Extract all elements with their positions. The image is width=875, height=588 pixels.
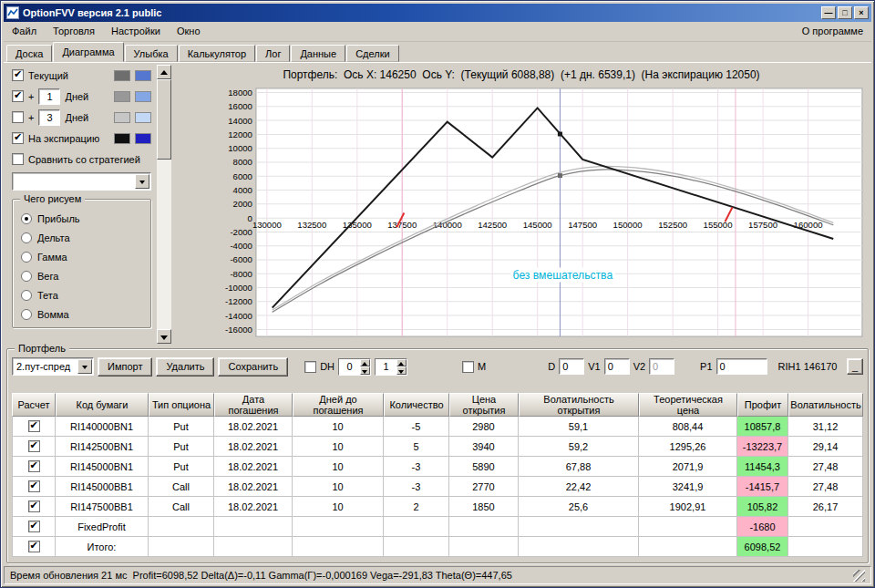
cell-days [293,537,384,557]
scroll-up-icon[interactable] [157,65,171,79]
column-header-10[interactable]: Волатильность [788,393,863,417]
cell-qty: -3 [384,457,449,477]
column-header-0[interactable]: Расчет [12,393,56,417]
plus1-checkbox[interactable] [12,90,24,102]
table-row-4[interactable]: RI147500BB1Call18.02.2021102185025,61902… [12,497,863,517]
tab-3[interactable]: Калькулятор [179,45,255,62]
column-header-1[interactable]: Код бумаги [56,393,149,417]
current-color-swatch-2[interactable] [135,70,151,81]
menu-item-3[interactable]: Окно [169,22,209,41]
row-checkbox[interactable] [28,500,40,512]
close-button[interactable]: × [854,6,869,19]
scroll-thumb[interactable] [157,79,171,160]
delete-button[interactable]: Удалить [156,357,214,377]
row-checkbox[interactable] [28,480,40,492]
column-header-6[interactable]: Цена открытия [449,393,519,417]
plus3-color-swatch-2[interactable] [135,112,151,123]
column-header-3[interactable]: Дата погашения [214,393,293,417]
chevron-down-icon[interactable] [77,359,92,374]
title-bar[interactable]: OptionFVV версия 2.1 public — □ × [4,4,871,22]
v2-field[interactable]: 0 [649,358,674,375]
import-button[interactable]: Импорт [98,357,152,377]
radio-icon [21,290,32,301]
spinner-arrows-icon[interactable] [396,359,407,375]
preset-combobox[interactable]: 2.пут-спред [12,357,94,376]
row-checkbox[interactable] [28,440,40,452]
maximize-button[interactable]: □ [838,6,852,19]
expiry-color-swatch-2[interactable] [135,133,151,144]
expiry-checkbox[interactable] [12,132,24,144]
cell-code: RI145000BN1 [56,457,149,477]
column-header-7[interactable]: Волатильность открытия [519,393,639,417]
resize-grip[interactable] [853,570,865,582]
menu-item-1[interactable]: Торговля [45,22,103,41]
row-checkbox[interactable] [28,521,40,532]
dh-spinner-2[interactable]: 1 [375,358,407,376]
chevron-down-icon[interactable] [135,174,149,189]
spinner-arrows-icon[interactable] [360,359,370,375]
v1-field[interactable]: 0 [604,358,630,375]
d-field[interactable]: 0 [559,358,584,375]
menu-item-2[interactable]: Настройки [103,22,169,41]
draw-option-1[interactable]: Дельта [21,228,150,247]
plus3-checkbox[interactable] [12,111,24,123]
p1-field[interactable]: 0 [716,358,767,375]
dh-spinner-1[interactable]: 0 [338,358,371,376]
m-checkbox[interactable] [462,361,474,373]
plus1-days-field[interactable]: 1 [38,88,60,105]
draw-option-4[interactable]: Тета [21,285,150,304]
expiry-color-swatch-1[interactable] [114,133,130,144]
column-header-5[interactable]: Количество [384,393,449,417]
save-button[interactable]: Сохранить [218,357,288,377]
tab-1[interactable]: Диаграмма [53,42,123,62]
cell-qty: -3 [384,477,449,497]
draw-what-group: Чего рисуем ПрибыльДельтаГаммаВегаТетаВо… [12,199,151,328]
plus1-color-swatch-1[interactable] [114,91,130,102]
compare-strategy-checkbox[interactable] [12,153,24,165]
row-checkbox[interactable] [28,541,40,552]
strategy-combobox[interactable] [12,172,151,191]
draw-option-2[interactable]: Гамма [21,247,150,266]
draw-option-3[interactable]: Вега [21,266,150,285]
column-header-4[interactable]: Дней до погашения [293,393,384,417]
plus1-color-swatch-2[interactable] [135,91,151,102]
plus3-color-swatch-1[interactable] [114,112,130,123]
payoff-chart[interactable]: -16000-14000-12000-10000-8000-6000-4000-… [173,83,870,344]
row-checkbox[interactable] [28,420,40,432]
dh-checkbox[interactable] [304,361,316,373]
current-checkbox[interactable] [12,69,24,81]
column-header-9[interactable]: Профит [737,393,788,417]
draw-option-5[interactable]: Вомма [21,304,150,324]
draw-option-0[interactable]: Прибыль [21,209,150,228]
plus3-days-field[interactable]: 3 [38,109,60,126]
current-color-swatch-1[interactable] [114,70,130,81]
table-row-5[interactable]: FixedProfit-1680 [12,517,863,537]
scroll-down-icon[interactable] [157,329,171,344]
table-row-3[interactable]: RI145000BB1Call18.02.202110-3277022,4232… [12,477,863,497]
portfolio-group-title: Портфель [15,342,69,355]
row-checkbox[interactable] [28,460,40,472]
window-controls: — □ × [821,6,869,19]
plus3-days-row: + 3 Дней [6,107,171,128]
tab-0[interactable]: Доска [6,45,52,62]
table-row-2[interactable]: RI145000BN1Put18.02.202110-3589067,88207… [12,457,863,477]
menu-item-about[interactable]: О программе [794,22,871,41]
cell-open_price [449,537,519,557]
column-header-8[interactable]: Теоретическая цена [639,393,737,417]
window-title: OptionFVV версия 2.1 public [23,7,818,18]
tab-4[interactable]: Лог [256,45,290,62]
collapse-button[interactable]: _ [847,358,863,375]
minimize-button[interactable]: — [821,6,836,19]
tab-2[interactable]: Улыбка [125,45,178,62]
menu-item-0[interactable]: Файл [4,22,45,41]
column-header-2[interactable]: Тип опциона [149,393,214,417]
cell-open_price [449,517,519,537]
cell-open_price: 3940 [449,437,519,457]
table-row-6[interactable]: Итого:6098,52 [12,537,863,557]
tab-5[interactable]: Данные [291,45,345,62]
table-row-1[interactable]: RI142500BN1Put18.02.2021105394059,21295,… [12,437,863,457]
panel-scrollbar[interactable] [157,65,171,344]
d-label: D [548,361,555,372]
table-row-0[interactable]: RI140000BN1Put18.02.202110-5298059,1808,… [12,417,863,437]
tab-6[interactable]: Сделки [346,45,399,62]
